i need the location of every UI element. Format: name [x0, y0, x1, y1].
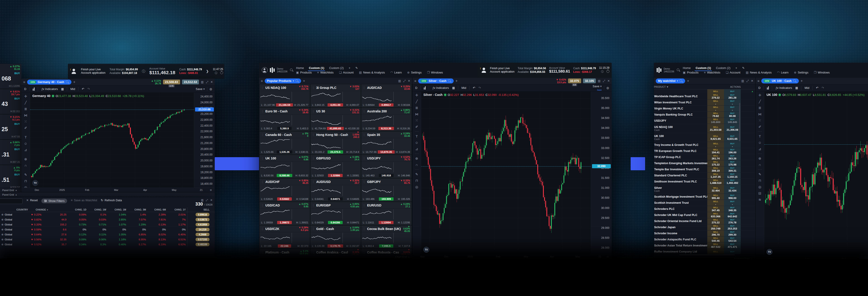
sell-cell[interactable]: 0.53673 — [187, 217, 211, 222]
forecast-icon[interactable]: ⁙ — [24, 120, 27, 123]
drag-handle-icon[interactable]: ⋮ — [312, 180, 315, 183]
indicators-button[interactable]: ƒx Indicators — [41, 87, 58, 91]
info-icon[interactable]: ⓘ — [142, 69, 145, 73]
watchlist-row[interactable]: Schroder Asian Total Return Investment C… — [654, 243, 755, 249]
drag-handle-icon[interactable]: ⋮ — [312, 86, 315, 89]
close-icon[interactable]: ✕ — [211, 80, 213, 84]
drag-handle-icon[interactable]: ⋮ — [261, 133, 264, 136]
last-price[interactable]: 1,535.26 — [277, 150, 292, 153]
buy-label[interactable]: BUY — [2, 123, 20, 125]
last-price[interactable]: 8,313.36 — [378, 127, 394, 130]
emoji-icon[interactable]: ☺ — [24, 142, 27, 145]
power-icon[interactable] — [607, 70, 610, 73]
sell-button[interactable]: SELL21,303.58 — [707, 124, 724, 133]
quick-settings-icon[interactable]: ◎ — [210, 87, 212, 91]
product-tile[interactable]: ⋮ GBP/USD ▲ 0.18%24.4L: 1.32503 1.32886 … — [310, 155, 361, 178]
xabcd-pattern-icon[interactable]: ⋈ — [415, 112, 418, 116]
search-icon[interactable] — [793, 79, 797, 83]
buy-header[interactable]: BUY — [730, 90, 735, 93]
time-axis[interactable]: ◎NovDec2025FebMarAprMay21 — [412, 255, 612, 259]
product-tile[interactable]: ⋮ AUD/CHF ▼ 0.85%46.25L: 0.53620 0.53682… — [259, 178, 310, 202]
last-price[interactable]: 23,375.5 — [328, 150, 343, 153]
last-price[interactable]: 5,380.9 — [277, 127, 291, 130]
quick-settings-icon[interactable]: ◎ — [607, 86, 609, 90]
product-tile[interactable]: ⋮ Australia 200 ▲ 0.86%71.47L: 8,234.59 … — [361, 108, 412, 131]
sell-button[interactable]: SELL145.800 — [707, 118, 724, 124]
sell-button[interactable]: SELL540.46 — [707, 237, 724, 242]
sell-button[interactable]: SELL- — [707, 142, 724, 148]
edge-quote-tile[interactable]: ▼ 0.21% 0.1 pts BUY 25 H:47.55 — [0, 114, 22, 140]
sell-button[interactable]: SELL — [707, 249, 724, 254]
buy-cell[interactable]: 4.2689 — [211, 232, 215, 237]
drag-handle-icon[interactable]: ⋮ — [363, 110, 366, 113]
product-tile[interactable]: ⋮ 3i Group PLC ▼ 3.03%127L: 3,843.15 4,0… — [310, 84, 361, 108]
search-icon[interactable] — [290, 68, 293, 72]
sell-button[interactable]: SELL8,621.65 — [707, 133, 724, 142]
mid-price-button[interactable]: Mid — [70, 87, 75, 91]
buy-button[interactable]: BUY145.845 — [724, 118, 741, 124]
product-tile[interactable]: ⋮ Cocoa Bulk Bean (UK) - Cash ▲ 0.63%45.… — [361, 226, 412, 248]
last-price[interactable]: 1.12004 — [379, 221, 394, 224]
watchlist-row[interactable]: Schroder Oriental Income Fund Ltd SELL27… — [654, 218, 755, 224]
column-header[interactable]: BUY — [211, 207, 215, 212]
sell-button[interactable]: SELL995.40 — [707, 194, 724, 200]
drag-handle-icon[interactable]: ⋮ — [363, 86, 366, 89]
column-header[interactable]: CHNG. 1W — [88, 207, 107, 212]
last-price[interactable]: 4,051.00 — [328, 103, 343, 107]
buy-button[interactable]: 32.105 — [583, 79, 596, 83]
expand-icon[interactable]: ⤢ — [403, 79, 405, 83]
sell-button[interactable]: SELL- — [707, 99, 724, 106]
zoom-in-icon[interactable]: ⊕ — [758, 157, 761, 160]
sell-button[interactable]: SELL308.19 — [707, 167, 724, 172]
layout-icon[interactable]: ▥ — [201, 80, 204, 84]
last-price[interactable]: 3,178.75 — [328, 244, 343, 247]
sell-button[interactable]: SELL1,488.510 — [707, 179, 724, 184]
product-tile[interactable]: ⋮ USD/CZK ▼ 0.28%6.3 ptsL: 22.165 22.246… — [259, 226, 310, 248]
column-header[interactable]: CHNG. 1M — [107, 207, 127, 212]
emoji-icon[interactable]: ☺ — [758, 141, 762, 144]
screener-row[interactable]: ⊕Global ▼ 0.52% 35.70.34%0.3%0.46%5.17%6… — [0, 242, 215, 247]
live-account-notice[interactable]: Finish your LiveAccount application — [81, 68, 105, 75]
magnet-icon[interactable]: ∩ — [758, 163, 761, 167]
drag-handle-icon[interactable]: ⋮ — [261, 157, 264, 160]
timeframe-button[interactable]: D — [24, 87, 26, 91]
drag-handle-icon[interactable]: ⋮ — [312, 227, 315, 230]
product-tile[interactable]: ⋮ Hong Kong 50 - Cash ▼ 1.03%243.3L: 23,… — [310, 131, 361, 154]
product-tile[interactable]: ⋮ Spain 35 ▲ 0.24%33.46L: 13,757.66 13,8… — [361, 131, 412, 154]
sell-button[interactable]: SELL275.22 — [707, 218, 724, 224]
search-icon[interactable] — [677, 68, 680, 72]
buy-button[interactable]: BUY263.26 — [724, 154, 741, 160]
buy-button[interactable]: BUY21,306.08 — [724, 124, 741, 133]
screener-row[interactable]: ⊕Global ▼ 0.64% 27.60.12%0.11%1.05%6.85%… — [0, 232, 215, 237]
product-column-header[interactable]: PRODUCT ▼ — [654, 86, 669, 88]
column-header[interactable]: SELL — [187, 207, 211, 212]
parallel-lines-icon[interactable]: ≣ — [415, 106, 418, 110]
zoom-icon[interactable] — [295, 79, 299, 83]
redo-icon[interactable]: ↷ — [822, 86, 824, 90]
product-tile[interactable]: ⋮ Coffee Arabica - Cash ▼ 0.32%12 pts — [310, 249, 361, 255]
workspace-tab[interactable]: Home — [296, 66, 304, 70]
sell-cell[interactable]: 4.2668 — [187, 232, 211, 237]
drag-handle-icon[interactable]: ⋮ — [363, 227, 366, 230]
account-alert-icon[interactable]: ! — [71, 68, 77, 74]
buy-button[interactable]: BUY — [724, 249, 741, 254]
product-tile[interactable]: ⋮ EUR/GBP ▲ 0.05%4.55 ptsL: 0.84029 0.84… — [310, 202, 361, 225]
ruler-icon[interactable]: ⊿ — [758, 147, 761, 151]
workspace-tab[interactable]: Custom (1) — [309, 66, 324, 70]
tab-silver[interactable]: CFD Silver - Cash — [418, 79, 454, 84]
drag-handle-icon[interactable]: ⋮ — [312, 110, 315, 113]
drag-handle-icon[interactable]: ⋮ — [261, 251, 264, 254]
sell-button[interactable]: SELL194.41 — [707, 148, 724, 154]
last-price[interactable]: 21,166.59 — [276, 103, 293, 107]
drag-handle-icon[interactable]: ⋮ — [261, 227, 264, 230]
buy-button[interactable]: BUY175.98 — [724, 160, 741, 166]
add-tab-button[interactable]: + — [456, 79, 458, 83]
nav-item-settings[interactable]: ⊛Settings — [407, 71, 422, 74]
product-tile[interactable]: ⋮ AUD/USD ▼ 0.32%20.7L: 0.64041 0.64071 … — [310, 178, 361, 202]
ruler-icon[interactable]: ⊿ — [415, 147, 418, 151]
magnet-icon[interactable]: ∩ — [415, 163, 418, 167]
expand-icon[interactable]: ⤢ — [603, 79, 605, 83]
vertical-scrollbar[interactable] — [739, 103, 740, 141]
draw-lock-icon[interactable]: ✎ — [24, 173, 27, 176]
nav-item-products[interactable]: ▣Products — [296, 71, 312, 74]
